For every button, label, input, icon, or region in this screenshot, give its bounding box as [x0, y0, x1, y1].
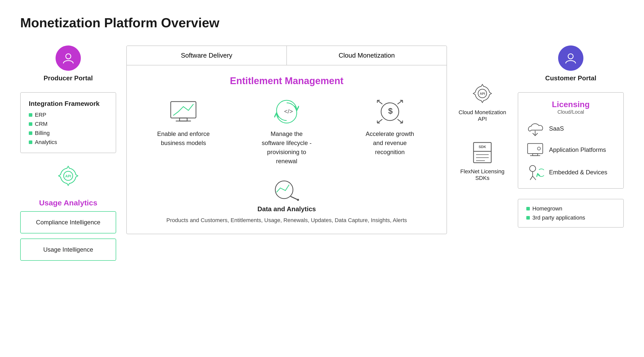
saas-icon: [526, 121, 544, 136]
em-business-models: Enable and enforce business models: [139, 99, 228, 166]
homegrown-box: Homegrown 3rd party applications: [518, 199, 624, 228]
app-platforms-icon: [526, 142, 544, 157]
third-party-item: 3rd party applications: [526, 215, 615, 221]
main-layout: Producer Portal Integration Framework ER…: [20, 45, 624, 261]
licensing-box: Licensing Cloud/Local SaaS: [518, 92, 624, 189]
svg-line-41: [530, 176, 533, 180]
svg-text:$: $: [388, 106, 393, 115]
customer-portal: Customer Portal: [545, 45, 596, 82]
list-item-billing: Billing: [29, 130, 108, 136]
svg-rect-3: [171, 102, 196, 118]
usage-analytics-section: Usage Analytics Compliance Intelligence …: [20, 199, 116, 261]
tab-software-delivery[interactable]: Software Delivery: [127, 46, 286, 65]
integration-framework-box: Integration Framework ERP CRM Billing An…: [20, 92, 116, 153]
svg-rect-4: [180, 118, 187, 121]
cloud-api-item: API Cloud Monetization API: [457, 81, 508, 122]
list-item-analytics: Analytics: [29, 139, 108, 146]
homegrown-item: Homegrown: [526, 205, 615, 212]
customer-portal-label: Customer Portal: [545, 74, 596, 82]
svg-point-33: [568, 54, 573, 59]
licensing-saas: SaaS: [526, 121, 615, 136]
entitlement-title: Entitlement Management: [230, 76, 343, 86]
em-lifecycle-label: Manage the software lifecycle - provisio…: [259, 129, 314, 166]
list-item-crm: CRM: [29, 121, 108, 127]
licensing-title: Licensing: [526, 100, 615, 109]
app-platforms-label: Application Platforms: [549, 146, 606, 153]
svg-point-38: [537, 147, 540, 150]
producer-portal-label: Producer Portal: [43, 74, 93, 82]
licensing-app-platforms: Application Platforms: [526, 142, 615, 157]
sdk-label: FlexNet Licensing SDKs: [457, 168, 508, 181]
analytics-title: Data and Analytics: [257, 205, 316, 213]
embedded-label: Embedded & Devices: [549, 169, 607, 176]
producer-portal: Producer Portal: [43, 45, 93, 82]
em-analytics: Data and Analytics Products and Customer…: [166, 178, 407, 224]
business-model-icon: [168, 99, 199, 124]
analytics-icon: [273, 178, 301, 201]
left-column: Producer Portal Integration Framework ER…: [20, 45, 116, 261]
svg-point-39: [530, 165, 536, 172]
analytics-sub: Products and Customers, Entitlements, Us…: [166, 217, 407, 224]
svg-line-42: [533, 176, 536, 180]
cloud-api-icon: API: [468, 81, 496, 106]
svg-line-18: [377, 119, 382, 123]
lifecycle-icon: </>: [271, 99, 302, 124]
compliance-intelligence-box: Compliance Intelligence: [20, 211, 116, 233]
em-revenue-label: Accelerate growth and revenue recognitio…: [362, 129, 418, 157]
svg-text:API: API: [65, 174, 71, 178]
saas-label: SaaS: [549, 125, 564, 132]
api-gear-left-icon: API: [56, 163, 81, 188]
svg-text:API: API: [480, 92, 485, 96]
usage-boxes: Compliance Intelligence Usage Intelligen…: [20, 211, 116, 261]
em-business-label: Enable and enforce business models: [156, 129, 211, 148]
sdk-icon: SDK: [471, 137, 494, 165]
svg-line-23: [291, 197, 298, 200]
licensing-items: SaaS Application Platforms: [526, 121, 615, 181]
svg-point-0: [66, 54, 71, 59]
customer-portal-icon: [558, 45, 583, 71]
page-title: Monetization Platform Overview: [20, 15, 624, 30]
svg-text:</>: </>: [284, 108, 293, 115]
em-revenue: $ Accelera: [346, 99, 434, 166]
revenue-icon: $: [375, 99, 405, 124]
sdk-item: SDK FlexNet Licensing SDKs: [457, 137, 508, 181]
svg-line-15: [377, 100, 382, 104]
usage-intelligence-box: Usage Intelligence: [20, 239, 116, 261]
usage-analytics-label: Usage Analytics: [20, 199, 116, 207]
licensing-subtitle: Cloud/Local: [526, 109, 615, 115]
svg-line-9: [398, 100, 403, 104]
right-column: Customer Portal Licensing Cloud/Local Sa…: [518, 45, 624, 228]
em-lifecycle: </> Manage the software lifecycle - prov…: [243, 99, 331, 166]
licensing-embedded: Embedded & Devices: [526, 163, 615, 181]
list-item-erp: ERP: [29, 112, 108, 118]
entitlement-box: Entitlement Management Enable and enforc…: [126, 65, 447, 234]
integration-list: ERP CRM Billing Analytics: [29, 112, 108, 146]
producer-portal-icon: [56, 45, 81, 71]
homegrown-list: Homegrown 3rd party applications: [526, 205, 615, 221]
svg-line-12: [398, 119, 403, 123]
integration-framework-title: Integration Framework: [29, 100, 108, 108]
embedded-icon: [526, 163, 544, 181]
cloud-api-label: Cloud Monetization API: [457, 109, 508, 122]
left-api-area: API: [20, 163, 116, 188]
center-column: Software Delivery Cloud Monetization Ent…: [126, 45, 447, 234]
tabs-row: Software Delivery Cloud Monetization: [126, 45, 447, 65]
svg-text:SDK: SDK: [479, 145, 486, 149]
tab-cloud-monetization[interactable]: Cloud Monetization: [286, 46, 447, 65]
em-top-row: Enable and enforce business models: [139, 99, 434, 166]
middle-column: API Cloud Monetization API SDK FlexNet L…: [457, 45, 508, 181]
svg-point-24: [297, 199, 299, 201]
